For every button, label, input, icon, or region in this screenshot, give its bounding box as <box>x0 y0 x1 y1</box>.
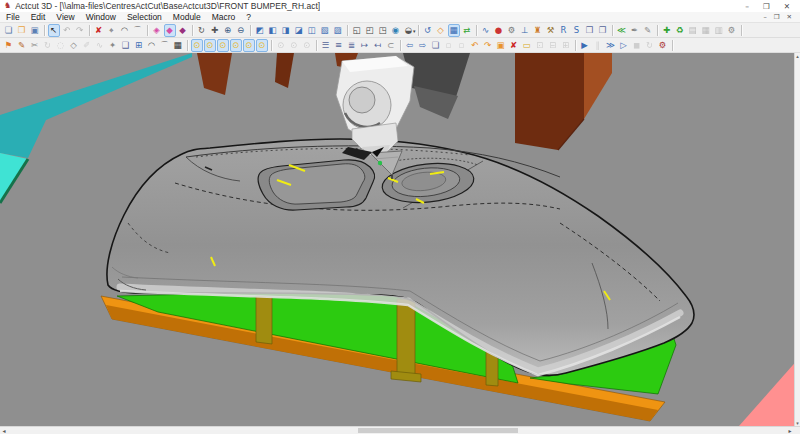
toolbar-step-back[interactable]: ↤ <box>372 39 384 52</box>
toolbar-recycle-operation[interactable]: ♻ <box>674 24 686 37</box>
menu-item-edit[interactable]: Edit <box>31 12 46 22</box>
toolbar-sim-play[interactable]: ▷ <box>618 39 630 52</box>
toolbar-show-surfaces[interactable]: ⊙ <box>217 39 229 52</box>
toolbar-rotate-left[interactable]: ↶ <box>469 39 481 52</box>
toolbar-globe-view[interactable]: ◉ <box>390 24 402 37</box>
toolbar-pan-view[interactable]: ✚ <box>209 24 221 37</box>
toolbar-nav-back[interactable]: ⇦ <box>404 39 416 52</box>
toolbar-probe[interactable]: ⊥ <box>519 24 531 37</box>
toolbar-view-top[interactable]: ▧ <box>319 24 331 37</box>
toolbar-settings[interactable]: ⚙ <box>726 24 738 37</box>
toolbar-subset[interactable]: ⊂ <box>385 39 397 52</box>
toolbar-new-file[interactable]: ❏ <box>3 24 15 37</box>
toolbar-stock-setup[interactable]: ◇ <box>435 24 447 37</box>
toolbar-fit-arc[interactable]: ◠ <box>119 24 131 37</box>
child-minimize-button[interactable]: – <box>763 13 766 21</box>
toolbar-view-right[interactable]: ◫ <box>306 24 318 37</box>
toolbar-pick-surface[interactable]: ◈ <box>151 24 163 37</box>
toolbar-nav-forward[interactable]: ⇨ <box>417 39 429 52</box>
toolbar-document-2[interactable]: ❐ <box>597 24 609 37</box>
toolbar-step-forward[interactable]: ↦ <box>359 39 371 52</box>
horizontal-scrollbar[interactable]: ◂ ▸ <box>0 426 800 434</box>
toolbar-orange-box[interactable]: ▣ <box>495 39 507 52</box>
toolbar-ruler[interactable]: ▭ <box>521 39 533 52</box>
vertical-scrollbar[interactable]: ▴ ▾ <box>794 53 800 426</box>
menu-item-selection[interactable]: Selection <box>127 12 162 22</box>
toolbar-axes-transform[interactable]: ⇄ <box>461 24 473 37</box>
toolbar-clipboard[interactable]: ❑ <box>120 39 132 52</box>
child-close-button[interactable]: ✕ <box>787 13 792 21</box>
toolbar-rotate-view[interactable]: ↻ <box>196 24 208 37</box>
toolbar-zoom-in[interactable]: ⊕ <box>222 24 234 37</box>
toolbar-pick-edge[interactable]: ◆ <box>177 24 189 37</box>
scroll-left-arrow[interactable]: ◂ <box>0 427 8 434</box>
toolbar-spline[interactable]: ◠ <box>146 39 158 52</box>
toolbar-sim-fast-forward[interactable]: ≫ <box>605 39 617 52</box>
scroll-right-arrow[interactable]: ▸ <box>786 427 794 434</box>
toolbar-snap[interactable]: ✦ <box>107 39 119 52</box>
restore-button[interactable]: ❐ <box>763 2 770 11</box>
toolbar-pick-solid[interactable]: ◆ <box>164 24 176 37</box>
menu-item-window[interactable]: Window <box>86 12 116 22</box>
toolbar-add-operation[interactable]: ✚ <box>661 24 673 37</box>
toolbar-sim-settings[interactable]: ⚙ <box>657 39 669 52</box>
toolbar-finish-pen[interactable]: ✒ <box>629 24 641 37</box>
toolbar-show-points[interactable]: ⊙ <box>191 39 203 52</box>
toolbar-collision-check[interactable]: ● <box>493 24 505 37</box>
toolbar-fit-curve[interactable]: ⌒ <box>132 24 144 37</box>
toolbar-arc-tool[interactable]: ⌒ <box>159 39 171 52</box>
scroll-up-arrow[interactable]: ▴ <box>796 53 799 59</box>
toolbar-robot[interactable]: ♜ <box>532 24 544 37</box>
toolbar-machine-table[interactable]: ▦ <box>448 24 460 37</box>
toolbar-layer-list[interactable]: ≣ <box>346 39 358 52</box>
viewport-3d[interactable]: ▴ ▾ <box>0 53 800 426</box>
toolbar-view-back[interactable]: ◨ <box>280 24 292 37</box>
horizontal-scroll-thumb[interactable] <box>358 428 518 433</box>
toolbar-show-toolpaths[interactable]: ⊙ <box>243 39 255 52</box>
toolbar-turntable[interactable]: ↺ <box>422 24 434 37</box>
toolbar-zoom-window[interactable]: ◳ <box>377 24 389 37</box>
toolbar-rotate-right[interactable]: ↷ <box>482 39 494 52</box>
toolbar-paint[interactable]: ✎ <box>16 39 28 52</box>
toolbar-view-left[interactable]: ◪ <box>293 24 305 37</box>
toolbar-save-file[interactable]: ▣ <box>29 24 41 37</box>
toolbar-open-file[interactable]: ❐ <box>16 24 28 37</box>
minimize-button[interactable]: – <box>745 2 749 11</box>
menu-item-view[interactable]: View <box>56 12 74 22</box>
toolbar-view-front[interactable]: ◧ <box>267 24 279 37</box>
toolbar-zoom-previous[interactable]: ◰ <box>364 24 376 37</box>
scene-3d[interactable] <box>0 53 800 426</box>
menu-item-macro[interactable]: Macro <box>212 12 236 22</box>
toolbar-zoom-out[interactable]: ⊖ <box>235 24 247 37</box>
toolbar-measure[interactable]: ⊞ <box>133 39 145 52</box>
menu-item-help[interactable]: ? <box>246 12 251 22</box>
toolbar-delete-entity[interactable]: ✘ <box>93 24 105 37</box>
rect-pocket[interactable] <box>258 160 374 210</box>
menu-item-module[interactable]: Module <box>173 12 201 22</box>
toolbar-machining-params[interactable]: ⚙ <box>506 24 518 37</box>
toolbar-fit-view[interactable]: ◱ <box>351 24 363 37</box>
toolbar-cut[interactable]: ✂ <box>29 39 41 52</box>
toolbar-delete-op[interactable]: ✘ <box>508 39 520 52</box>
toolbar-view-iso[interactable]: ◩ <box>254 24 266 37</box>
toolbar-select-cursor[interactable]: ↖ <box>48 24 60 37</box>
toolbar-list-view[interactable]: ☰ <box>320 39 332 52</box>
toolbar-compare[interactable]: ≪ <box>616 24 628 37</box>
toolbar-move-point[interactable]: ⌖ <box>106 24 118 37</box>
toolbar-show-solids[interactable]: ⊙ <box>230 39 242 52</box>
toolbar-show-curves[interactable]: ⊙ <box>204 39 216 52</box>
toolbar-display-mode[interactable]: ◒▾ <box>403 24 415 37</box>
toolbar-view-bottom[interactable]: ▨ <box>332 24 344 37</box>
toolbar-grid[interactable]: ▦ <box>172 39 184 52</box>
toolbar-report[interactable]: R <box>558 24 570 37</box>
toolbar-diamond-select[interactable]: ◇ <box>68 39 80 52</box>
child-restore-button[interactable]: ❐ <box>774 13 780 21</box>
menu-item-file[interactable]: File <box>6 12 20 22</box>
toolbar-flag[interactable]: ⚑ <box>3 39 15 52</box>
toolbar-edit-pen[interactable]: ✎ <box>642 24 654 37</box>
close-button[interactable]: ✕ <box>784 2 790 11</box>
toolbar-display-mode-dropdown[interactable]: ▾ <box>413 26 416 37</box>
toolbar-tool-library[interactable]: ⚒ <box>545 24 557 37</box>
toolbar-page-copy[interactable]: ❏ <box>430 39 442 52</box>
toolbar-sim-play-start[interactable]: ▶ <box>579 39 591 52</box>
